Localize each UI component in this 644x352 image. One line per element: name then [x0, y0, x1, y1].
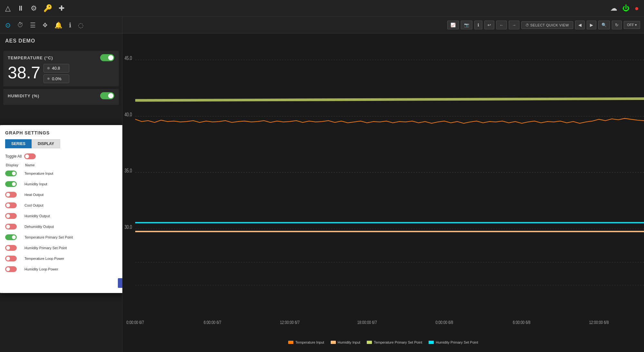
- series-row: Humidity Loop Power: [5, 265, 122, 274]
- series-name-6: Temperature Primary Set Point: [24, 235, 122, 239]
- nav-right-button[interactable]: ▶: [587, 21, 596, 29]
- legend-label-humidity-setpoint: Humidity Primary Set Point: [436, 340, 478, 344]
- series-table: Temperature Input Humidity Input Heat Ou…: [5, 169, 122, 274]
- info-icon[interactable]: ℹ: [69, 21, 71, 29]
- temperature-label: TEMPERATURE (°C): [8, 55, 53, 60]
- svg-text:18:00:00 6/7: 18:00:00 6/7: [357, 319, 377, 325]
- series-name-9: Humidity Loop Power: [24, 267, 122, 271]
- series-name-1: Humidity Input: [24, 182, 122, 186]
- chart-svg: 45.0 40.0 35.0 30.0 0:00:00 6/7: [122, 34, 644, 333]
- series-name-4: Humidity Output: [24, 214, 122, 218]
- refresh-button[interactable]: ↻: [612, 21, 622, 29]
- series-toggle-5[interactable]: [5, 224, 17, 230]
- info-button[interactable]: ℹ: [474, 21, 482, 29]
- svg-text:40.0: 40.0: [125, 112, 132, 117]
- series-row: Heat Output: [5, 190, 122, 199]
- wifi-indicator-icon: ●: [635, 4, 639, 13]
- humidity-toggle[interactable]: [100, 92, 114, 99]
- series-toggle-9[interactable]: [5, 266, 17, 272]
- triangle-alert-icon[interactable]: △: [5, 4, 11, 13]
- series-row: Cool Output: [5, 201, 122, 210]
- svg-text:6:00:00 6/7: 6:00:00 6/7: [204, 319, 222, 325]
- legend-temperature-input: Temperature Input: [288, 340, 324, 344]
- app-title: AES DEMO: [0, 34, 122, 48]
- svg-text:0:00:00 6/8: 0:00:00 6/8: [436, 319, 453, 325]
- series-row: Temperature Input: [5, 169, 122, 178]
- chart-area: 📈 📷 ℹ ↩ ← → ⏱ SELECT QUICK VIEW ◀ ▶ 🔍 ↻ …: [122, 17, 644, 352]
- series-name-7: Humidity Primary Set Point: [24, 246, 122, 250]
- arrow-left-button[interactable]: ←: [496, 21, 507, 29]
- off-button[interactable]: OFF ▾: [624, 21, 640, 29]
- nav-left-button[interactable]: ◀: [575, 21, 585, 29]
- chart-toolbar: 📈 📷 ℹ ↩ ← → ⏱ SELECT QUICK VIEW ◀ ▶ 🔍 ↻ …: [122, 17, 644, 34]
- plus-medical-icon[interactable]: ✚: [59, 4, 64, 13]
- toggle-all-row: Toggle All: [5, 153, 122, 159]
- series-toggle-1[interactable]: [5, 181, 17, 187]
- svg-text:35.0: 35.0: [125, 168, 132, 173]
- modal-title: GRAPH SETTINGS: [5, 130, 122, 135]
- timer-icon[interactable]: ⏱: [17, 21, 24, 29]
- svg-line-8: [135, 99, 644, 100]
- temperature-output[interactable]: ❄ 0.0%: [43, 74, 69, 83]
- svg-text:12:00:00 6/8: 12:00:00 6/8: [589, 319, 609, 325]
- temperature-card: TEMPERATURE (°C) 38.7 ⊕ 40.8 ❄ 0.0%: [3, 51, 119, 86]
- temperature-controls: ⊕ 40.8 ❄ 0.0%: [43, 64, 69, 83]
- legend-color-temperature-input: [288, 341, 293, 344]
- eye-slash-icon[interactable]: ◌: [78, 21, 83, 29]
- cube-icon[interactable]: ❖: [42, 21, 48, 29]
- power-icon[interactable]: ⏻: [622, 4, 630, 13]
- temperature-value: 38.7: [8, 64, 40, 81]
- modal-footer: SUBMIT CANCEL: [5, 278, 122, 288]
- second-nav: ⊙ ⏱ ☰ ❖ 🔔 ℹ ◌: [0, 17, 122, 34]
- settings-icon[interactable]: ⚙: [31, 4, 37, 13]
- series-toggle-7[interactable]: [5, 245, 17, 251]
- select-quick-view-button[interactable]: ⏱ SELECT QUICK VIEW: [521, 21, 573, 29]
- main-layout: ⊙ ⏱ ☰ ❖ 🔔 ℹ ◌ AES DEMO TEMPERATURE (°C) …: [0, 17, 644, 352]
- temperature-setpoint[interactable]: ⊕ 40.8: [43, 64, 69, 73]
- series-name-0: Temperature Input: [24, 171, 122, 175]
- series-toggle-3[interactable]: [5, 202, 17, 208]
- line-chart-button[interactable]: 📈: [447, 21, 459, 29]
- tab-display[interactable]: DISPLAY: [32, 139, 60, 148]
- camera-button[interactable]: 📷: [461, 21, 472, 29]
- series-toggle-8[interactable]: [5, 256, 17, 261]
- tab-series[interactable]: SERIES: [5, 139, 32, 148]
- series-row: Dehumidity Output: [5, 222, 122, 231]
- series-row: Humidity Primary Set Point: [5, 243, 122, 252]
- chart-container: 45.0 40.0 35.0 30.0 0:00:00 6/7: [122, 34, 644, 333]
- svg-text:6:00:00 6/8: 6:00:00 6/8: [513, 319, 531, 325]
- legend-label-humidity-input: Humidity Input: [338, 340, 360, 344]
- legend-humidity-setpoint: Humidity Primary Set Point: [429, 340, 478, 344]
- legend-label-temperature-setpoint: Temperature Primary Set Point: [374, 340, 422, 344]
- bell-icon[interactable]: 🔔: [54, 21, 62, 29]
- undo-button[interactable]: ↩: [484, 21, 494, 29]
- series-toggle-6[interactable]: [5, 234, 17, 240]
- toggle-all-label: Toggle All: [5, 154, 22, 159]
- series-toggle-4[interactable]: [5, 213, 17, 219]
- legend-color-temperature-setpoint: [367, 341, 372, 344]
- cloud-icon[interactable]: ☁: [610, 4, 617, 13]
- zoom-button[interactable]: 🔍: [598, 21, 610, 29]
- svg-text:0:00:00 6/7: 0:00:00 6/7: [127, 319, 144, 325]
- col-name: Name: [25, 163, 122, 167]
- svg-text:30.0: 30.0: [125, 224, 132, 230]
- series-row: Temperature Primary Set Point: [5, 233, 122, 242]
- key-icon[interactable]: 🔑: [43, 4, 52, 13]
- modal-tabs: SERIES DISPLAY: [5, 139, 122, 148]
- arrow-right-button[interactable]: →: [509, 21, 519, 29]
- humidity-card: HUMIDITY (%): [3, 89, 119, 105]
- legend-color-humidity-input: [331, 341, 336, 344]
- series-toggle-2[interactable]: [5, 192, 17, 198]
- series-row: Humidity Input: [5, 180, 122, 189]
- pause-icon[interactable]: ⏸: [17, 4, 24, 13]
- series-toggle-0[interactable]: [5, 171, 17, 176]
- toggle-all-switch[interactable]: [24, 153, 36, 159]
- list-icon[interactable]: ☰: [30, 21, 36, 29]
- home-icon[interactable]: ⊙: [5, 21, 11, 29]
- chart-legend: Temperature Input Humidity Input Tempera…: [122, 333, 644, 352]
- series-header: Display Name Color: [5, 163, 122, 167]
- col-display: Display: [6, 163, 25, 167]
- series-name-3: Cool Output: [24, 203, 122, 207]
- submit-button[interactable]: SUBMIT: [118, 278, 122, 288]
- temperature-toggle[interactable]: [100, 54, 114, 61]
